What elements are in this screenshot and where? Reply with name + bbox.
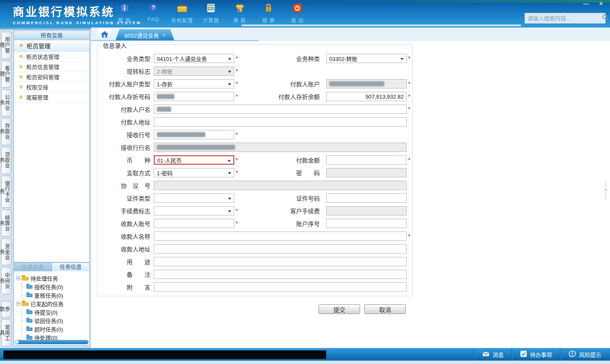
bullet-icon xyxy=(19,85,22,88)
task-panel: 交易信息 任务信息 待处理任务 授权任务(0) 复核任务(0) 已发起的任务 xyxy=(14,262,90,345)
panel-collapse-handle[interactable]: › xyxy=(603,180,608,201)
payer-name-input[interactable] xyxy=(154,105,407,114)
cash-transfer-flag-select: 2-转账 xyxy=(154,66,234,76)
calculator-button[interactable]: 计算器 xyxy=(197,3,225,24)
payer-passbook-balance-input[interactable] xyxy=(326,92,407,101)
agreement-no-input xyxy=(154,181,407,190)
tab-intermediary-business[interactable]: 中间业务 xyxy=(1,267,11,294)
tab-home[interactable] xyxy=(94,29,115,41)
tab-bankcard-business[interactable]: 银行卡业务 xyxy=(1,176,11,208)
submit-button[interactable]: 提交 xyxy=(319,304,360,314)
tab-6032-exchange[interactable]: 6032通兑业务 × xyxy=(115,29,175,41)
payer-passbook-no-input[interactable] xyxy=(154,92,234,101)
tab-customer-management[interactable]: 客户管理 xyxy=(1,61,11,88)
tree-leaf-rejected-tasks[interactable]: 驳回任务(0) xyxy=(22,316,89,325)
account-seq-input[interactable] xyxy=(326,219,407,228)
field-label: 付款人账户 xyxy=(239,80,323,88)
collapse-box-icon[interactable] xyxy=(17,276,20,280)
status-bar-items: 消息 待办事项 风险提示 xyxy=(474,348,609,361)
sidebar-item-authority-handover[interactable]: 权限交接 xyxy=(14,82,89,92)
sidebar-item-teller-status[interactable]: 柜员状态管理 xyxy=(14,52,89,62)
form-rows: 业务类型 04101-个人通兑业务 * 业务种类 03302-转账 * 现转标志… xyxy=(91,52,413,293)
cancel-button[interactable]: 取消 xyxy=(364,304,406,314)
tree-children: 待提交(0) 驳回任务(0) 超时任务(0) 待处理(0) xyxy=(21,308,89,342)
fee-flag-select[interactable] xyxy=(154,206,234,215)
tree-node-initiated-tasks[interactable]: 已发起的任务 xyxy=(17,299,89,308)
field-label: 客户手续费 xyxy=(239,207,323,215)
scrollbar-knob[interactable] xyxy=(15,340,19,344)
main-content: 6032通兑业务 × 信息录入 业务类型 04101-个人通兑业务 * 业务种类… xyxy=(91,28,610,348)
tab-close-icon[interactable]: × xyxy=(162,32,165,38)
id-number-input[interactable] xyxy=(326,193,407,203)
required-marker: * xyxy=(234,68,239,74)
withdraw-method-select[interactable]: 1-密码 xyxy=(154,168,234,177)
field-label: 收款人名称 xyxy=(91,232,154,240)
tree-leaf-to-submit[interactable]: 待提交(0) xyxy=(22,308,89,316)
window-controls: — ✕ xyxy=(581,0,606,7)
payee-address-input[interactable] xyxy=(154,244,407,254)
sidebar-item-teller-password[interactable]: 柜员密码管理 xyxy=(14,72,89,82)
tree-leaf-authorization-tasks[interactable]: 授权任务(0) xyxy=(22,282,89,291)
payer-account-input[interactable] xyxy=(326,79,407,88)
sidebar-group-teller-management[interactable]: 柜员管理 xyxy=(14,40,89,52)
tab-common-tools[interactable]: 常用工具 xyxy=(1,319,11,346)
tab-settlement-business[interactable]: 结算业务 xyxy=(1,210,11,237)
todo-button[interactable]: 待办事项 xyxy=(512,348,560,361)
search-icon[interactable] xyxy=(602,14,609,22)
tree-node-pending-tasks[interactable]: 待处理任务 xyxy=(17,274,89,282)
payment-amount-input[interactable] xyxy=(326,155,407,165)
minimize-button[interactable]: — xyxy=(581,0,591,7)
help-button[interactable]: 帮 助 xyxy=(110,3,139,24)
purpose-input[interactable] xyxy=(154,257,407,266)
field-label: 付款人地址 xyxy=(91,118,154,126)
bottom-strip xyxy=(0,361,610,364)
lock-screen-button[interactable]: 锁 屏 xyxy=(254,3,283,24)
field-label: 付款人存折号码 xyxy=(91,92,154,101)
tab-funds-business[interactable]: 资金业务 xyxy=(1,238,11,265)
tab-loan-business[interactable]: 贷款业务 xyxy=(1,147,11,174)
faq-button[interactable]: ? FAQ xyxy=(139,3,168,24)
remark-input[interactable] xyxy=(154,270,407,279)
sidebar-item-cashbox-management[interactable]: 尾箱管理 xyxy=(14,92,89,102)
messages-button[interactable]: 消息 xyxy=(474,348,512,361)
risk-alert-button[interactable]: 风险提示 xyxy=(560,348,609,361)
redacted-value xyxy=(157,94,175,99)
tab-task-info[interactable]: 任务信息 xyxy=(52,263,90,271)
close-button[interactable]: ✕ xyxy=(596,0,606,7)
payer-address-input[interactable] xyxy=(154,117,407,127)
system-config-button[interactable]: 系统配置 xyxy=(168,3,197,24)
collapse-box-icon[interactable] xyxy=(17,302,20,306)
receiving-bank-no-input[interactable] xyxy=(154,130,234,139)
sidebar-item-teller-info[interactable]: 柜员信息管理 xyxy=(14,62,89,72)
payee-account-input[interactable] xyxy=(154,219,234,228)
exit-button[interactable]: 退 出 xyxy=(283,3,312,24)
global-search xyxy=(524,13,606,24)
tab-public-business[interactable]: 公共业务 xyxy=(1,89,11,116)
tab-deposit-business[interactable]: 存款业务 xyxy=(1,118,11,145)
change-skin-button[interactable]: 换 肤 xyxy=(225,3,254,24)
tree-leaf-label: 待提交(0) xyxy=(34,308,58,316)
required-marker: * xyxy=(407,157,412,163)
tree-leaf-timeout-tasks[interactable]: 超时任务(0) xyxy=(22,325,89,333)
required-marker: * xyxy=(234,80,239,87)
payee-name-input[interactable] xyxy=(154,232,407,241)
id-type-select[interactable] xyxy=(154,193,234,203)
postscript-input[interactable] xyxy=(154,282,407,292)
horizontal-scrollbar[interactable] xyxy=(15,340,89,344)
tab-user-management[interactable]: 用户管理 xyxy=(1,32,11,59)
app-header: 商业银行模拟系统 COMMERCIAL BANK SIMULATION SYST… xyxy=(0,0,610,26)
payer-account-type-select[interactable]: 1-存折 xyxy=(154,79,234,88)
folder-icon xyxy=(26,284,34,290)
currency-select[interactable]: 01-人民币 xyxy=(154,155,234,165)
business-type-select[interactable]: 04101-个人通兑业务 xyxy=(154,54,234,63)
tree-leaf-review-tasks[interactable]: 复核任务(0) xyxy=(22,291,89,299)
sidebar-group-label: 柜员管理 xyxy=(27,41,50,50)
field-label: 备 注 xyxy=(91,270,154,279)
tab-transaction-info[interactable]: 交易信息 xyxy=(14,263,52,271)
folder-icon xyxy=(26,326,34,332)
business-kind-select[interactable]: 03302-转账 xyxy=(326,54,407,63)
checkbox-check-icon xyxy=(520,350,527,358)
search-input[interactable] xyxy=(527,15,602,22)
tab-parameters[interactable]: 参数 xyxy=(1,301,11,317)
status-bar: 消息 待办事项 风险提示 xyxy=(0,348,610,361)
